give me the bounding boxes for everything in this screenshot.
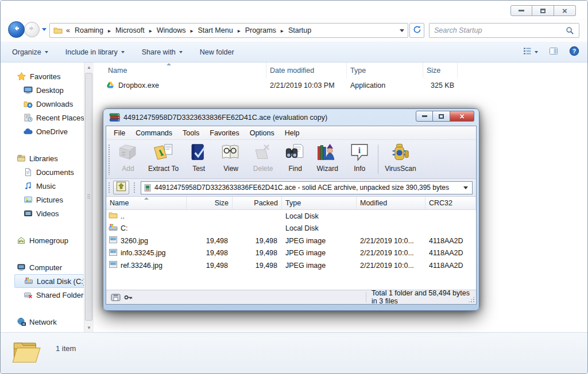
toolbar-button-label: Add — [122, 165, 134, 173]
menu-item-help[interactable]: Help — [280, 127, 305, 139]
menu-item-file[interactable]: File — [109, 127, 130, 139]
svg-text:i: i — [358, 145, 361, 155]
shared-folder-icon — [24, 290, 33, 299]
archive-column-header-name[interactable]: Name — [106, 197, 187, 209]
sidebar-item-desktop[interactable]: Desktop — [1, 83, 84, 97]
sidebar-item-libraries[interactable]: Libraries — [1, 151, 84, 165]
scrollbar-thumb[interactable] — [85, 73, 92, 321]
file-date-cell: 2/21/2019 10:03 PM — [266, 81, 347, 89]
change-view-button[interactable] — [522, 46, 538, 58]
sidebar-item-local-disk-c-[interactable]: Local Disk (C:) — [14, 274, 84, 288]
back-button[interactable] — [8, 21, 25, 38]
archiver-toolbar-button-wizard[interactable]: Wizard — [311, 141, 343, 177]
archiver-titlebar[interactable]: 44912475958D7D3323633836FE62D41C.ace (ev… — [106, 109, 477, 126]
close-button[interactable]: × — [554, 5, 576, 16]
menu-item-commands[interactable]: Commands — [130, 127, 177, 139]
minimize-button[interactable] — [510, 5, 532, 16]
toolbar-button-include-in-library[interactable]: Include in library — [65, 48, 125, 56]
archiver-close-button[interactable]: × — [450, 111, 474, 122]
sidebar-item-network[interactable]: Network — [1, 315, 84, 329]
computer-icon — [17, 263, 26, 272]
archiver-toolbar-button-delete: Delete — [247, 141, 279, 177]
forward-button[interactable] — [24, 22, 40, 37]
sidebar-item-computer[interactable]: Computer — [1, 260, 84, 274]
column-header-size[interactable]: Size — [423, 63, 458, 78]
toolbar-button-new-folder[interactable]: New folder — [200, 48, 234, 56]
archive-column-header-crc32[interactable]: CRC32 — [425, 197, 476, 209]
archiver-toolbar-button-test[interactable]: Test — [183, 141, 215, 177]
sidebar-gap — [1, 302, 84, 315]
archive-crc32-cell: 4118AA2D — [425, 262, 476, 270]
sidebar-item-favorites[interactable]: Favorites — [1, 69, 84, 83]
toolbar-right-icons: ? — [522, 42, 579, 62]
folder-up-icon — [116, 181, 126, 194]
toolbar-button-label: Wizard — [316, 165, 338, 173]
breadcrumb-item[interactable]: Startup — [286, 25, 314, 36]
search-input[interactable] — [434, 26, 566, 34]
refresh-button[interactable] — [409, 23, 424, 38]
sidebar-scrollbar[interactable]: ▲ ▼ — [84, 63, 94, 332]
column-header-name[interactable]: Name — [105, 63, 266, 78]
archiver-toolbar-button-find[interactable]: Find — [279, 141, 311, 177]
sidebar-item-downloads[interactable]: Downloads — [1, 97, 84, 111]
recent-pages-dropdown[interactable] — [42, 28, 47, 31]
file-row[interactable]: Dropbox.exe2/21/2019 10:03 PMApplication… — [94, 78, 587, 93]
sidebar-item-onedrive[interactable]: OneDrive — [1, 124, 84, 138]
archiver-toolbar-button-view[interactable]: View — [215, 141, 247, 177]
address-bar[interactable]: «Roaming▸Microsoft▸Windows▸Start Menu▸Pr… — [49, 23, 408, 38]
archiver-toolbar-button-extract-to[interactable]: Extract To — [144, 141, 183, 177]
menu-item-tools[interactable]: Tools — [177, 127, 204, 139]
breadcrumb-item[interactable]: Roaming — [72, 25, 106, 36]
scroll-up-button[interactable]: ▲ — [85, 63, 93, 72]
archiver-maximize-button[interactable] — [433, 111, 450, 122]
sidebar-item-music[interactable]: Music — [1, 179, 84, 193]
breadcrumb-item[interactable]: Microsoft — [113, 25, 147, 36]
sidebar-item-label: Documents — [36, 168, 74, 177]
archiver-toolbar-button-virusscan[interactable]: VirusScan — [381, 141, 420, 177]
scroll-down-button[interactable]: ▼ — [85, 323, 93, 332]
toolbar-button-share-with[interactable]: Share with — [142, 48, 183, 56]
sidebar-gap — [1, 138, 84, 151]
file-size-cell: 325 KB — [423, 81, 458, 89]
help-button[interactable]: ? — [569, 46, 579, 59]
sidebar-item-pictures[interactable]: Pictures — [1, 193, 84, 207]
archive-column-header-size[interactable]: Size — [187, 197, 233, 209]
menu-item-options[interactable]: Options — [245, 127, 280, 139]
preview-pane-button[interactable] — [548, 46, 559, 58]
column-header-type[interactable]: Type — [347, 63, 423, 78]
sidebar-item-shared-folders[interactable]: Shared Folders — [1, 288, 84, 302]
toolbar-button-organize[interactable]: Organize — [12, 48, 48, 56]
breadcrumb-item[interactable]: Programs — [243, 25, 278, 36]
archive-row[interactable]: ..Local Disk — [106, 210, 476, 223]
archive-column-header-packed[interactable]: Packed — [233, 197, 282, 209]
sidebar-item-documents[interactable]: Documents — [1, 165, 84, 179]
archive-name-cell: info.33245.jpg — [106, 248, 187, 259]
info-icon: i — [347, 143, 372, 164]
breadcrumb-item[interactable]: Start Menu — [196, 25, 235, 36]
archive-path-combo[interactable]: 44912475958D7D3323633836FE62D41C.ace - s… — [141, 181, 473, 194]
archive-row[interactable]: info.33245.jpg19,49819,498JPEG image2/21… — [106, 247, 476, 260]
address-dropdown-icon[interactable] — [400, 29, 404, 32]
extract-icon — [152, 143, 176, 164]
up-one-level-button[interactable] — [113, 181, 129, 194]
maximize-button[interactable] — [532, 5, 554, 16]
sidebar-item-videos[interactable]: Videos — [1, 207, 84, 220]
archiver-minimize-button[interactable] — [416, 111, 433, 122]
archive-row[interactable]: ref.33246.jpg19,49819,498JPEG image2/21/… — [106, 259, 476, 272]
toolbar-button-label: Delete — [253, 165, 273, 173]
archive-column-header-modified[interactable]: Modified — [357, 197, 425, 209]
sidebar-item-recent-places[interactable]: Recent Places — [1, 111, 84, 124]
sidebar-item-homegroup[interactable]: Homegroup — [1, 233, 84, 247]
archive-column-header-type[interactable]: Type — [282, 197, 357, 209]
archive-row[interactable]: 3260.jpg19,49819,498JPEG image2/21/2019 … — [106, 235, 476, 247]
archiver-toolbar-button-info[interactable]: iInfo — [343, 141, 376, 177]
archive-crc32-cell: 4118AA2D — [425, 237, 476, 245]
breadcrumb-item[interactable]: Windows — [154, 25, 188, 36]
breadcrumb-separator-icon: ▸ — [237, 28, 242, 34]
sort-ascending-icon — [167, 63, 171, 65]
column-header-date-modified[interactable]: Date modified — [266, 63, 347, 78]
menu-item-favorites[interactable]: Favorites — [204, 127, 244, 139]
sidebar-item-label: Desktop — [36, 86, 64, 95]
archive-row[interactable]: C:Local Disk — [106, 223, 476, 235]
archive-file-icon — [144, 184, 152, 192]
